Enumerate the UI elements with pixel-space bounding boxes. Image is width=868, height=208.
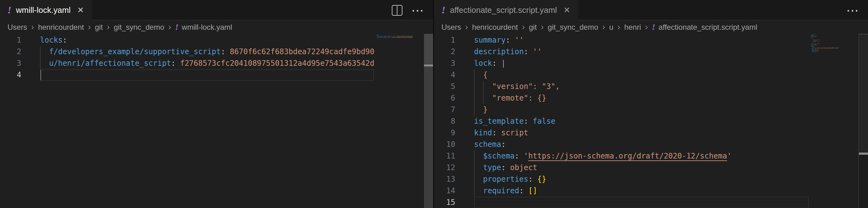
breadcrumb-item[interactable]: Users [7,23,27,32]
indent-guide [474,185,475,197]
minimap[interactable]: summary: ''description: ''lock: | { "ver… [809,34,859,208]
code-line[interactable] [474,197,809,208]
scrollbar-thumb[interactable] [859,34,868,153]
code-token: schema [474,140,501,149]
code-token: : [221,47,225,56]
code-line[interactable]: { [474,69,809,81]
line-number: 7 [434,104,474,115]
breadcrumb-item[interactable]: u [609,23,613,32]
code-line[interactable]: type: object [474,162,809,174]
code-token: '' [817,36,818,37]
code-line[interactable]: summary: '' [474,34,809,46]
code-token: "remote": {} [813,41,818,42]
code-line[interactable]: "remote": {} [474,93,809,104]
code-token: is_template [474,117,524,126]
indent-guide [483,93,484,104]
code-token: f2768573cfc204108975501312a4d95e7543a635… [180,59,374,68]
code-token: ' [727,152,731,160]
breadcrumb: Users›henricourdent›git›git_sync_demo›u›… [434,20,868,34]
editor-actions-left: ⋯ [392,0,433,20]
code-line[interactable]: locks: [40,34,374,46]
breadcrumb-file[interactable]: !wmill-lock.yaml [175,23,232,32]
line-number-gutter: 123456789101112131415 [434,34,474,208]
code-area[interactable]: locks: f/developers_example/supportive_s… [40,34,374,208]
code-token: {} [818,50,818,51]
code-token: locks [376,34,378,35]
breadcrumb-separator-icon: › [602,22,605,32]
code-line[interactable]: description: '' [474,46,809,58]
line-number: 12 [434,162,474,174]
code-token [176,59,180,68]
code-token [519,152,524,160]
breadcrumb-item[interactable]: git_sync_demo [548,23,598,32]
code-token: properties [483,175,528,184]
code-editor-left[interactable]: 1234 locks: f/developers_example/support… [0,34,433,208]
breadcrumb-item[interactable]: git [529,23,536,32]
code-line[interactable]: is_template: false [474,115,809,127]
code-token: ' [524,152,528,160]
code-token [497,128,501,137]
breadcrumb-item[interactable]: henricourdent [472,23,518,32]
tab-affectionate-script-yaml[interactable]: ! affectionate_script.script.yaml ✕ [434,0,578,20]
editor-group-left: ! wmill-lock.yaml ✕ ⋯ Users›henricourden… [0,0,433,208]
close-tab-icon[interactable]: ✕ [563,5,570,15]
code-token: { [812,38,812,40]
code-token: u/henri/affectionate_script [377,37,390,38]
code-token [40,47,49,56]
code-token: { [483,71,488,79]
code-token: properties [812,50,817,51]
breadcrumb-item[interactable]: Users [441,23,461,32]
vertical-scrollbar[interactable] [858,34,868,208]
code-token: : [63,36,67,45]
code-token [40,59,49,68]
code-token: object [815,49,818,50]
vertical-scrollbar[interactable] [424,34,433,208]
editor-actions-right: ⋯ [846,0,868,20]
code-token: f2768573cfc204108975501312a4d95e7543a635… [391,37,412,38]
tab-wmill-lock-yaml[interactable]: ! wmill-lock.yaml ✕ [0,0,92,20]
code-line[interactable]: lock: | [474,58,809,69]
code-line[interactable]: u/henri/affectionate_script: f2768573cfc… [40,58,374,69]
breadcrumb-item[interactable]: henri [624,23,641,32]
breadcrumb-item[interactable]: git_sync_demo [114,23,164,32]
minimap-content: locks: f/developers_example/supportive_s… [376,34,424,40]
line-number: 3 [434,58,474,69]
code-token: $schema [812,47,815,48]
code-token: kind [474,128,492,137]
breadcrumb: Users›henricourdent›git›git_sync_demo›!w… [0,20,433,34]
scrollbar-thumb[interactable] [424,34,433,64]
code-line[interactable]: properties: {} [474,174,809,185]
close-tab-icon[interactable]: ✕ [77,5,84,15]
code-line[interactable]: required: [] [474,185,809,197]
minimap-content: summary: ''description: ''lock: | { "ver… [811,34,859,54]
more-actions-icon[interactable]: ⋯ [846,6,859,15]
tab-label: wmill-lock.yaml [16,5,71,15]
code-token: | [814,37,814,38]
code-line[interactable]: $schema: 'https://json-schema.org/draft/… [474,150,809,162]
code-token: required [483,186,519,195]
code-line[interactable] [40,69,374,81]
yaml-file-icon: ! [652,23,655,31]
code-editor-right[interactable]: 123456789101112131415 summary: ''descrip… [434,34,868,208]
editor-group-sash[interactable] [433,0,434,208]
breadcrumb-item[interactable]: git [95,23,102,32]
minimap[interactable]: locks: f/developers_example/supportive_s… [374,34,424,208]
code-token [510,36,515,45]
code-area[interactable]: summary: ''description: ''lock: | { "ver… [474,34,809,208]
breadcrumb-file[interactable]: !affectionate_script.script.yaml [652,23,757,32]
code-token: "version": "3", [813,40,820,41]
code-token: } [483,105,488,114]
code-line[interactable]: schema: [474,139,809,150]
indent-guide [474,150,475,162]
more-actions-icon[interactable]: ⋯ [411,6,424,15]
code-line[interactable]: "version": "3", [474,81,809,93]
code-token [528,47,532,56]
line-number: 3 [0,58,40,69]
indent-guide [474,104,475,115]
code-line[interactable]: kind: script [474,127,809,139]
code-line[interactable]: f/developers_example/supportive_script: … [40,46,374,58]
code-token: u/henri/affectionate_script [49,59,171,68]
split-editor-icon[interactable] [392,5,402,16]
breadcrumb-item[interactable]: henricourdent [38,23,84,32]
code-line[interactable]: } [474,104,809,115]
